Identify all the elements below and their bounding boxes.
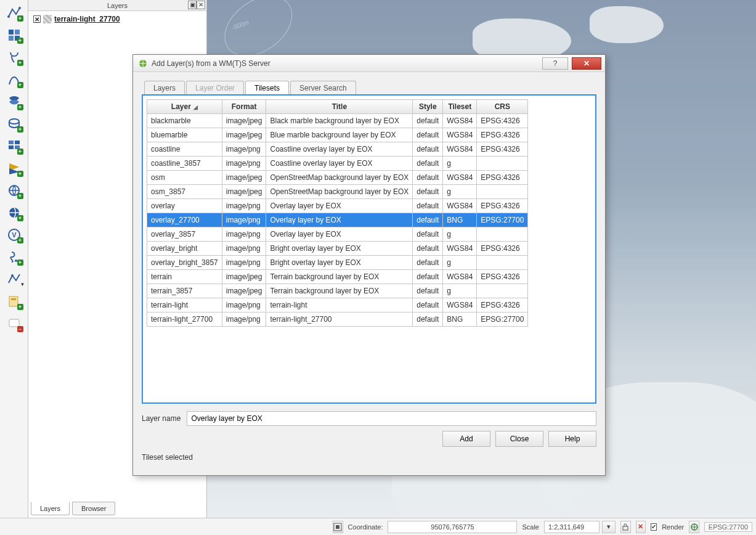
add-mssql-layer-button[interactable]: +: [3, 91, 25, 112]
table-row[interactable]: overlay_brightimage/pngBright overlay la…: [147, 242, 528, 256]
crs-display[interactable]: EPSG:27700: [704, 522, 752, 532]
svg-rect-17: [9, 296, 18, 306]
tab-browser[interactable]: Browser: [72, 502, 115, 515]
cell-crs: [477, 284, 528, 298]
layer-name-input[interactable]: [187, 411, 596, 426]
svg-rect-18: [11, 298, 16, 300]
cell-format: image/jpeg: [222, 185, 266, 199]
cell-crs: EPSG:27700: [477, 312, 528, 327]
cell-title: Overlay layer by EOX: [266, 199, 413, 213]
scale-dropdown-button[interactable]: ▾: [602, 521, 616, 533]
undock-panel-button[interactable]: ▣: [188, 1, 197, 9]
remove-layer-button[interactable]: −: [3, 313, 25, 334]
cell-style: default: [413, 114, 443, 128]
help-button[interactable]: Help: [548, 431, 596, 447]
add-vector-layer-button[interactable]: +: [3, 2, 25, 23]
plus-icon: +: [17, 15, 23, 22]
cell-crs: EPSG:4326: [477, 171, 528, 185]
cell-layer: blackmarble: [147, 114, 222, 128]
add-virtual-layer-button[interactable]: V +: [3, 224, 25, 245]
svg-rect-9: [9, 145, 14, 149]
scale-lock-button[interactable]: [620, 521, 631, 533]
cell-tileset: WGS84: [443, 128, 477, 142]
add-button[interactable]: Add: [442, 431, 490, 447]
table-row[interactable]: coastlineimage/pngCoastline overlay laye…: [147, 142, 528, 157]
cell-crs: [477, 227, 528, 242]
table-row[interactable]: terrain_3857image/jpegTerrain background…: [147, 284, 528, 298]
add-spatialite-layer-button[interactable]: +: [3, 69, 25, 90]
tab-layers[interactable]: Layers: [31, 502, 70, 515]
table-row[interactable]: overlayimage/pngOverlay layer by EOXdefa…: [147, 199, 528, 213]
col-layer[interactable]: Layer◢: [147, 100, 222, 114]
cell-format: image/jpeg: [222, 284, 266, 298]
close-panel-button[interactable]: ✕: [197, 1, 205, 9]
table-row[interactable]: blackmarbleimage/jpegBlack marble backgr…: [147, 114, 528, 128]
table-row[interactable]: bluemarbleimage/jpegBlue marble backgrou…: [147, 128, 528, 142]
plus-icon: +: [17, 237, 23, 243]
cell-tileset: WGS84: [443, 270, 477, 284]
add-oracle-layer-button[interactable]: +: [3, 113, 25, 134]
cell-crs: EPSG:4326: [477, 270, 528, 284]
table-row[interactable]: terrain-lightimage/pngterrain-lightdefau…: [147, 298, 528, 312]
layer-item[interactable]: ✕ terrain-light_27700: [33, 15, 201, 23]
cell-tileset: WGS84: [443, 242, 477, 256]
svg-rect-19: [9, 319, 19, 327]
cell-title: Terrain background layer by EOX: [266, 284, 413, 298]
col-format[interactable]: Format: [222, 100, 266, 114]
tilesets-table-frame: Layer◢ Format Title Style Tileset CRS bl…: [142, 94, 596, 404]
tab-dlg-server-search[interactable]: Server Search: [290, 81, 356, 95]
render-label: Render: [662, 523, 684, 531]
cell-format: image/png: [222, 157, 266, 171]
cell-layer: osm: [147, 171, 222, 185]
add-wfs-globe-button[interactable]: +: [3, 202, 25, 223]
node-tool-button[interactable]: ▼: [3, 269, 25, 290]
col-crs[interactable]: CRS: [477, 100, 528, 114]
dialog-close-button[interactable]: ✕: [572, 57, 601, 70]
svg-rect-8: [15, 141, 20, 144]
plus-icon: +: [17, 259, 23, 266]
cell-tileset: WGS84: [443, 171, 477, 185]
cell-format: image/png: [222, 213, 266, 227]
tab-dlg-layers[interactable]: Layers: [144, 81, 185, 95]
table-row[interactable]: overlay_27700image/pngOverlay layer by E…: [147, 213, 528, 227]
table-row[interactable]: terrain-light_27700image/pngterrain-ligh…: [147, 312, 528, 327]
add-raster-layer-button[interactable]: +: [3, 25, 25, 46]
add-delimited-text-button[interactable]: +: [3, 247, 25, 268]
render-checkbox[interactable]: ✔: [651, 523, 657, 531]
cell-title: terrain-light: [266, 298, 413, 312]
cell-layer: osm_3857: [147, 185, 222, 199]
col-tileset[interactable]: Tileset: [443, 100, 477, 114]
scale-input[interactable]: 1:2,311,649: [544, 521, 600, 533]
add-wfs-layer-button[interactable]: +: [3, 180, 25, 201]
stop-rendering-button[interactable]: ✕: [636, 521, 646, 533]
tab-dlg-tilesets[interactable]: Tilesets: [245, 81, 289, 95]
add-wms-layer-button[interactable]: +: [3, 136, 25, 157]
layer-visibility-checkbox[interactable]: ✕: [33, 15, 41, 23]
dialog-help-button[interactable]: ?: [542, 57, 568, 70]
table-row[interactable]: overlay_bright_3857image/pngBright overl…: [147, 256, 528, 270]
table-row[interactable]: terrainimage/jpegTerrain background laye…: [147, 270, 528, 284]
table-row[interactable]: osmimage/jpegOpenStreetMap background la…: [147, 171, 528, 185]
cell-style: default: [413, 284, 443, 298]
new-print-composer-button[interactable]: +: [3, 291, 25, 312]
cell-style: default: [413, 171, 443, 185]
toggle-extents-button[interactable]: [333, 521, 343, 533]
col-style[interactable]: Style: [413, 100, 443, 114]
table-row[interactable]: coastline_3857image/pngCoastline overlay…: [147, 157, 528, 171]
coordinate-display[interactable]: 95076,765775: [388, 521, 517, 533]
dialog-titlebar[interactable]: Add Layer(s) from a WM(T)S Server ? ✕: [133, 55, 605, 72]
table-row[interactable]: overlay_3857image/pngOverlay layer by EO…: [147, 227, 528, 242]
table-row[interactable]: osm_3857image/jpegOpenStreetMap backgrou…: [147, 185, 528, 199]
close-button[interactable]: Close: [495, 431, 543, 447]
crs-button[interactable]: [689, 521, 699, 533]
add-wcs-layer-button[interactable]: +: [3, 158, 25, 179]
tilesets-table[interactable]: Layer◢ Format Title Style Tileset CRS bl…: [147, 99, 528, 327]
tab-dlg-layer-order: Layer Order: [186, 81, 244, 95]
sort-indicator-icon: ◢: [193, 104, 198, 110]
cell-tileset: g: [443, 284, 477, 298]
cell-title: OpenStreetMap background layer by EOX: [266, 185, 413, 199]
col-title[interactable]: Title: [266, 100, 413, 114]
add-postgis-layer-button[interactable]: +: [3, 47, 25, 68]
cell-crs: EPSG:4326: [477, 242, 528, 256]
cell-style: default: [413, 298, 443, 312]
